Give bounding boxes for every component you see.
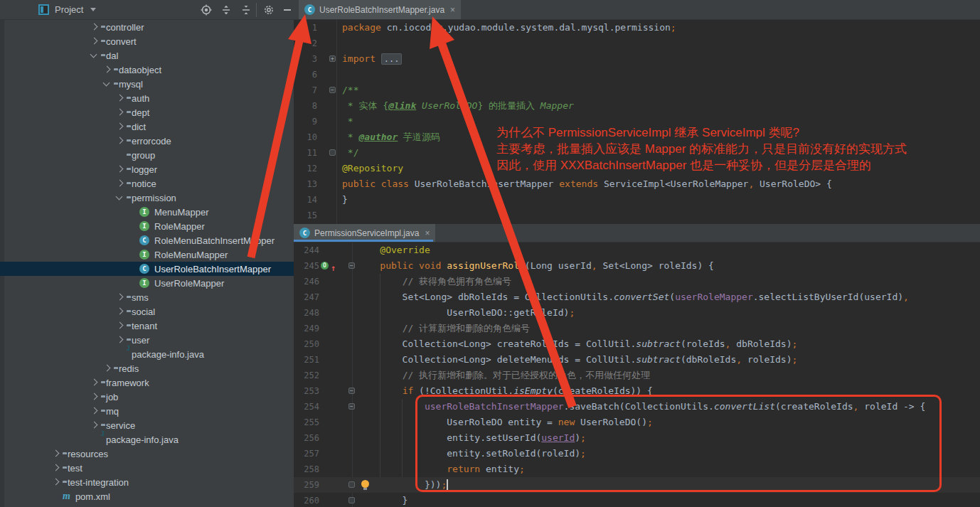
fold-marker-icon[interactable]: − xyxy=(348,403,355,410)
chevron-right-icon[interactable] xyxy=(102,65,111,74)
tree-item-dept[interactable]: dept xyxy=(0,105,294,119)
tree-item-framework[interactable]: framework xyxy=(0,375,294,390)
chevron-right-icon[interactable] xyxy=(115,179,124,188)
collapse-all-icon[interactable] xyxy=(240,4,252,16)
class-icon: C xyxy=(304,4,315,15)
close-icon[interactable]: × xyxy=(425,229,430,238)
fold-marker-icon[interactable]: + xyxy=(329,55,336,62)
tree-item-label: logger xyxy=(132,164,157,175)
tree-item-group[interactable]: group xyxy=(0,148,294,162)
chevron-right-icon[interactable] xyxy=(90,37,98,46)
chevron-right-icon[interactable] xyxy=(51,449,60,458)
tree-item-label: dict xyxy=(132,122,146,132)
settings-icon[interactable] xyxy=(262,4,275,16)
chevron-right-icon[interactable] xyxy=(102,364,111,373)
tree-item-mysql[interactable]: mysql xyxy=(0,77,294,91)
chevron-down-icon[interactable] xyxy=(102,80,111,88)
code-line-6: 6 xyxy=(294,67,980,82)
project-title[interactable]: Project xyxy=(55,4,83,15)
expand-all-icon[interactable] xyxy=(220,4,233,16)
tree-item-dal[interactable]: dal xyxy=(0,48,294,63)
tree-item-service[interactable]: service xyxy=(0,418,294,432)
line-number: 247 xyxy=(294,289,319,305)
code-text: package cn.iocoder.yudao.module.system.d… xyxy=(342,20,676,36)
fold-marker-icon[interactable] xyxy=(348,481,355,488)
tree-item-mq[interactable]: mq xyxy=(0,404,294,418)
tree-item-userrolebatchinsertmapper[interactable]: CUserRoleBatchInsertMapper xyxy=(0,262,294,276)
project-tool-window: Project controllerconvertdaldataobjectmy… xyxy=(0,0,294,507)
tree-item-redis[interactable]: redis xyxy=(0,361,294,375)
chevron-right-icon[interactable] xyxy=(90,23,98,31)
tree-item-resources[interactable]: resources xyxy=(0,447,294,461)
code-area-bottom[interactable]: 244 @Override245−O↑ public void assignUs… xyxy=(294,242,980,507)
line-number: 251 xyxy=(294,352,319,368)
tree-item-rolemapper[interactable]: IRoleMapper xyxy=(0,219,294,233)
tree-item-sms[interactable]: sms xyxy=(0,290,294,304)
fold-marker-icon[interactable]: − xyxy=(329,87,336,93)
chevron-right-icon[interactable] xyxy=(115,321,124,330)
tree-item-userrolemapper[interactable]: IUserRoleMapper xyxy=(0,276,294,290)
tree-item-notice[interactable]: notice xyxy=(0,176,294,191)
tree-item-permission[interactable]: permission xyxy=(0,191,294,205)
tree-item-package-info-java[interactable]: package-info.java xyxy=(0,347,294,361)
chevron-right-icon[interactable] xyxy=(115,336,124,344)
tree-item-menumapper[interactable]: IMenuMapper xyxy=(0,205,294,219)
editor-bottom[interactable]: C PermissionServiceImpl.java × 244 @Over… xyxy=(294,224,980,507)
tree-item-rolemenumapper[interactable]: IRoleMenuMapper xyxy=(0,247,294,262)
locate-icon[interactable] xyxy=(200,4,213,16)
chevron-down-icon[interactable] xyxy=(115,193,124,202)
tree-item-rolemenubatchinsertmapper[interactable]: CRoleMenuBatchInsertMapper xyxy=(0,233,294,247)
chevron-right-icon[interactable] xyxy=(51,478,60,486)
tree-item-social[interactable]: social xyxy=(0,304,294,319)
tree-item-label: RoleMenuMapper xyxy=(154,250,228,260)
tree-item-dataobject[interactable]: dataobject xyxy=(0,63,294,77)
line-number: 249 xyxy=(294,321,319,336)
tree-item-auth[interactable]: auth xyxy=(0,91,294,105)
fold-marker-icon[interactable] xyxy=(329,149,336,156)
tree-item-convert[interactable]: convert xyxy=(0,34,294,48)
tree-item-dict[interactable]: dict xyxy=(0,119,294,134)
tree-item-pom-xml[interactable]: mpom.xml xyxy=(0,489,294,503)
line-number: 254 xyxy=(294,399,319,415)
chevron-right-icon[interactable] xyxy=(51,464,60,472)
chevron-right-icon[interactable] xyxy=(90,393,98,401)
code-area-top[interactable]: 1package cn.iocoder.yudao.module.system.… xyxy=(294,20,980,224)
chevron-right-icon[interactable] xyxy=(90,378,98,387)
chevron-right-icon[interactable] xyxy=(115,108,124,117)
chevron-right-icon[interactable] xyxy=(115,293,124,301)
chevron-right-icon[interactable] xyxy=(115,137,124,145)
tree-item-errorcode[interactable]: errorcode xyxy=(0,134,294,148)
tab-userrolebatchinsertmapper[interactable]: C UserRoleBatchInsertMapper.java × xyxy=(299,0,461,19)
chevron-right-icon[interactable] xyxy=(90,421,98,429)
tree-item-label: MenuMapper xyxy=(154,207,209,218)
close-icon[interactable]: × xyxy=(450,6,455,14)
fold-marker-icon[interactable]: − xyxy=(348,388,355,394)
tree-item-controller[interactable]: controller xyxy=(0,20,294,34)
chevron-down-icon[interactable] xyxy=(90,51,98,60)
fold-marker-icon[interactable]: − xyxy=(348,262,355,269)
tree-item-test[interactable]: test xyxy=(0,461,294,475)
tree-item-label: controller xyxy=(106,22,144,33)
chevron-right-icon[interactable] xyxy=(115,307,124,316)
fold-marker-icon[interactable] xyxy=(348,497,355,503)
tree-item-user[interactable]: user xyxy=(0,333,294,347)
hide-icon[interactable] xyxy=(281,4,294,16)
tree-item-logger[interactable]: logger xyxy=(0,162,294,176)
editor-top[interactable]: C UserRoleBatchInsertMapper.java × 1pack… xyxy=(294,0,980,224)
tree-item-job[interactable]: job xyxy=(0,390,294,404)
chevron-right-icon[interactable] xyxy=(90,407,98,415)
line-number: 10 xyxy=(294,129,317,145)
tree-item-label: mq xyxy=(106,406,119,417)
tree-item-test-integration[interactable]: test-integration xyxy=(0,475,294,489)
no-chevron xyxy=(128,250,137,259)
chevron-right-icon[interactable] xyxy=(115,122,124,131)
chevron-right-icon[interactable] xyxy=(115,165,124,174)
chevron-right-icon[interactable] xyxy=(115,94,124,102)
code-text: UserRoleDO::getRoleId); xyxy=(358,305,575,321)
tree-item-tenant[interactable]: tenant xyxy=(0,319,294,333)
tree-item-package-info-java[interactable]: package-info.java xyxy=(0,432,294,447)
chevron-down-icon[interactable] xyxy=(90,8,96,11)
override-marker-icon[interactable]: O xyxy=(321,262,329,269)
code-line-248: 248 UserRoleDO::getRoleId); xyxy=(294,305,980,321)
project-tree[interactable]: controllerconvertdaldataobjectmysqlauthd… xyxy=(0,20,294,507)
